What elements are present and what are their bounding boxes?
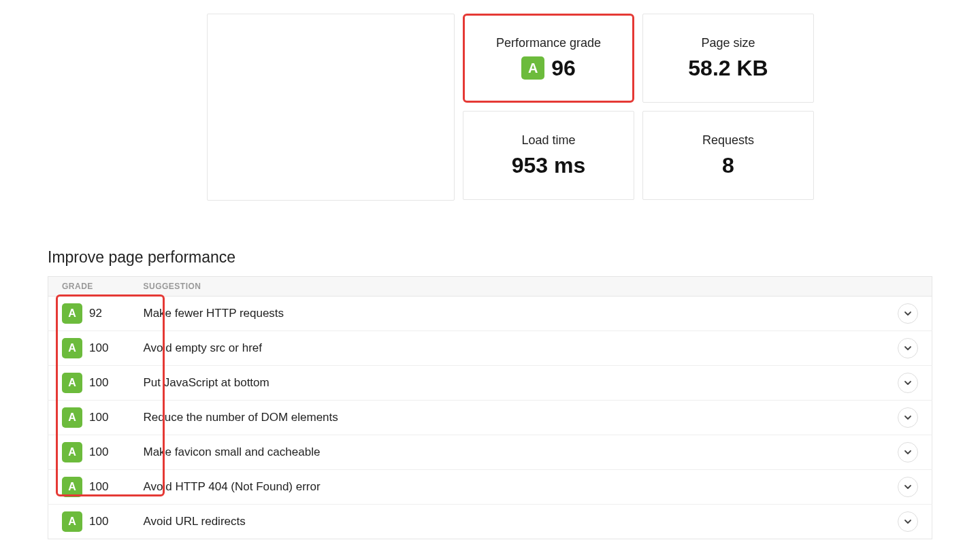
grade-badge: A — [521, 56, 544, 80]
page-size-card: Page size 58.2 KB — [642, 14, 814, 103]
expand-button[interactable] — [898, 442, 918, 462]
grade-score: 100 — [89, 376, 108, 390]
grade-badge: A — [62, 303, 82, 324]
expand-button[interactable] — [898, 338, 918, 358]
grade-badge: A — [62, 442, 82, 462]
chevron-down-icon — [904, 309, 912, 318]
requests-value: 8 — [722, 153, 734, 178]
expand-button[interactable] — [898, 511, 918, 532]
performance-grade-card: Performance grade A 96 — [463, 14, 634, 103]
suggestion-text: Reduce the number of DOM elements — [137, 401, 892, 435]
expand-button[interactable] — [898, 407, 918, 428]
suggestion-text: Put JavaScript at bottom — [137, 366, 892, 401]
table-row[interactable]: A100Avoid URL redirects — [48, 505, 932, 539]
col-header-grade: GRADE — [48, 277, 137, 297]
chevron-down-icon — [904, 379, 912, 387]
suggestion-text: Make favicon small and cacheable — [137, 435, 892, 470]
stats-row: Performance grade A 96 Load time 953 ms … — [207, 14, 932, 201]
grade-badge: A — [62, 338, 82, 358]
chevron-down-icon — [904, 518, 912, 526]
table-row[interactable]: A100Put JavaScript at bottom — [48, 366, 932, 401]
load-time-value: 953 ms — [512, 153, 586, 178]
load-time-card: Load time 953 ms — [463, 111, 634, 200]
load-time-label: Load time — [521, 133, 575, 148]
performance-grade-label: Performance grade — [496, 36, 601, 50]
table-row[interactable]: A100Avoid HTTP 404 (Not Found) error — [48, 470, 932, 505]
requests-card: Requests 8 — [642, 111, 814, 200]
expand-button[interactable] — [898, 373, 918, 393]
suggestion-text: Make fewer HTTP requests — [137, 297, 892, 331]
chevron-down-icon — [904, 413, 912, 422]
page-size-label: Page size — [701, 36, 755, 50]
chevron-down-icon — [904, 344, 912, 352]
requests-label: Requests — [702, 133, 754, 148]
grade-score: 100 — [89, 480, 108, 494]
chevron-down-icon — [904, 448, 912, 456]
page-size-value: 58.2 KB — [688, 56, 768, 81]
suggestion-text: Avoid URL redirects — [137, 505, 892, 539]
performance-grade-value: 96 — [551, 56, 576, 81]
col-header-suggestion: SUGGESTION — [137, 277, 892, 297]
grade-badge: A — [62, 407, 82, 428]
page-preview-card — [207, 14, 455, 201]
suggestion-text: Avoid empty src or href — [137, 331, 892, 366]
grade-badge: A — [62, 477, 82, 497]
suggestion-text: Avoid HTTP 404 (Not Found) error — [137, 470, 892, 505]
chevron-down-icon — [904, 483, 912, 491]
grade-badge: A — [62, 511, 82, 532]
table-row[interactable]: A100Make favicon small and cacheable — [48, 435, 932, 470]
grade-score: 100 — [89, 411, 108, 424]
grade-score: 100 — [89, 515, 108, 528]
grade-score: 100 — [89, 445, 108, 459]
grade-score: 100 — [89, 341, 108, 355]
section-title: Improve page performance — [48, 248, 932, 267]
col-header-expand — [891, 277, 932, 297]
suggestions-table: GRADE SUGGESTION A92Make fewer HTTP requ… — [48, 276, 932, 539]
grade-badge: A — [62, 373, 82, 393]
grade-score: 92 — [89, 307, 102, 320]
table-row[interactable]: A92Make fewer HTTP requests — [48, 297, 932, 331]
table-row[interactable]: A100Reduce the number of DOM elements — [48, 401, 932, 435]
expand-button[interactable] — [898, 477, 918, 497]
expand-button[interactable] — [898, 303, 918, 324]
table-row[interactable]: A100Avoid empty src or href — [48, 331, 932, 366]
